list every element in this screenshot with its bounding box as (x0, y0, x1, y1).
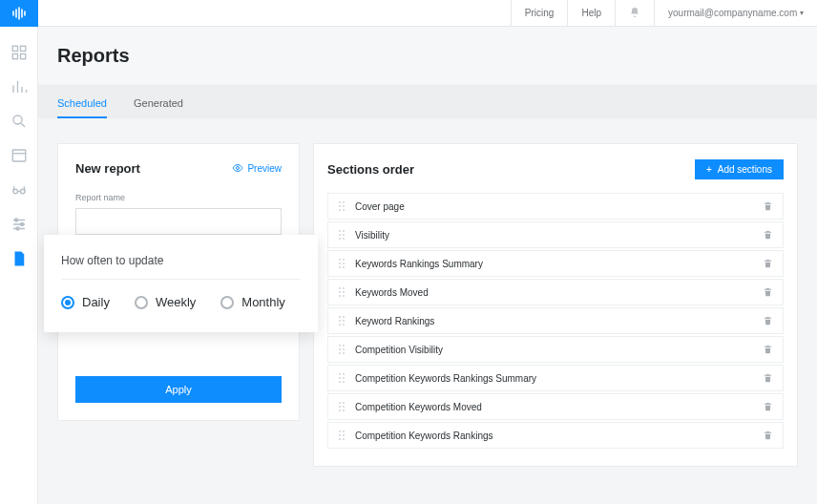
section-name: Keywords Moved (355, 287, 763, 298)
drag-handle-icon[interactable] (338, 372, 346, 384)
svg-point-14 (339, 205, 341, 207)
svg-point-23 (343, 238, 345, 240)
section-name: Competition Keywords Moved (355, 402, 763, 412)
sidebar-item-window[interactable] (0, 141, 38, 170)
drag-handle-icon[interactable] (338, 344, 346, 355)
svg-point-31 (343, 287, 345, 289)
sidebar-item-sliders[interactable] (0, 210, 38, 239)
frequency-daily[interactable]: Daily (61, 295, 110, 309)
svg-point-26 (339, 262, 341, 264)
tab-scheduled[interactable]: Scheduled (57, 97, 107, 118)
topbar: Pricing Help yourmail@companyname.com ▾ (38, 0, 817, 27)
report-name-input[interactable] (75, 208, 282, 235)
section-name: Competition Visibility (355, 345, 763, 355)
section-row[interactable]: Cover page (327, 193, 784, 220)
drag-handle-icon[interactable] (338, 315, 346, 326)
svg-point-46 (339, 352, 341, 354)
trash-icon[interactable] (763, 258, 773, 269)
sidebar-item-reports[interactable] (0, 244, 38, 273)
section-row[interactable]: Keywords Rankings Summary (327, 250, 784, 277)
drag-handle-icon[interactable] (338, 258, 346, 269)
topbar-help[interactable]: Help (567, 0, 615, 26)
sidebar-item-analytics[interactable] (0, 73, 38, 101)
svg-point-41 (343, 324, 345, 326)
svg-point-9 (20, 223, 23, 226)
svg-point-12 (339, 201, 341, 203)
svg-point-38 (339, 320, 341, 322)
svg-point-65 (343, 438, 345, 440)
section-row[interactable]: Keywords Moved (327, 279, 784, 305)
topbar-account[interactable]: yourmail@companyname.com ▾ (654, 0, 817, 26)
add-sections-button[interactable]: + Add sections (695, 159, 784, 179)
app-logo[interactable] (0, 0, 38, 27)
svg-point-40 (339, 324, 341, 326)
trash-icon[interactable] (763, 315, 773, 326)
svg-point-63 (343, 434, 345, 436)
svg-point-33 (343, 291, 345, 293)
svg-point-61 (343, 430, 345, 432)
svg-point-62 (339, 434, 341, 436)
trash-icon[interactable] (763, 344, 773, 355)
svg-point-58 (339, 410, 341, 411)
svg-point-19 (343, 230, 345, 232)
drag-handle-icon[interactable] (338, 430, 346, 441)
chevron-down-icon: ▾ (800, 9, 804, 17)
svg-point-43 (343, 345, 345, 346)
sidebar-item-search[interactable] (0, 107, 38, 136)
drag-handle-icon[interactable] (338, 286, 346, 298)
section-row[interactable]: Competition Keywords Rankings (327, 422, 784, 449)
svg-point-30 (339, 287, 341, 289)
svg-point-15 (343, 205, 345, 207)
section-name: Cover page (355, 201, 763, 212)
topbar-pricing[interactable]: Pricing (511, 0, 568, 26)
page-header: Reports (38, 27, 817, 86)
svg-point-34 (339, 295, 341, 297)
svg-point-28 (339, 266, 341, 268)
svg-point-13 (343, 201, 345, 203)
trash-icon[interactable] (763, 430, 773, 441)
radio-icon (135, 296, 148, 309)
radio-icon (61, 296, 74, 309)
svg-point-64 (339, 438, 341, 440)
section-row[interactable]: Competition Keywords Moved (327, 393, 784, 420)
section-row[interactable]: Competition Visibility (327, 336, 784, 363)
svg-point-55 (343, 402, 345, 404)
section-name: Competition Keywords Rankings (355, 430, 763, 441)
svg-point-25 (343, 259, 345, 261)
plus-icon: + (706, 164, 712, 175)
trash-icon[interactable] (763, 401, 773, 412)
svg-rect-0 (12, 46, 17, 51)
svg-point-44 (339, 348, 341, 350)
frequency-monthly[interactable]: Monthly (220, 295, 285, 309)
section-name: Competition Keywords Rankings Summary (355, 373, 763, 384)
preview-button[interactable]: Preview (232, 162, 282, 176)
drag-handle-icon[interactable] (338, 200, 346, 212)
trash-icon[interactable] (763, 229, 773, 241)
trash-icon[interactable] (763, 372, 773, 384)
svg-point-54 (339, 402, 341, 404)
svg-point-10 (16, 227, 19, 230)
topbar-notifications[interactable] (615, 0, 654, 26)
sidebar-item-dashboard[interactable] (0, 38, 38, 67)
svg-point-4 (13, 116, 22, 124)
radio-icon (220, 296, 234, 309)
frequency-weekly[interactable]: Weekly (135, 295, 196, 309)
svg-point-37 (343, 316, 345, 318)
tab-generated[interactable]: Generated (134, 97, 183, 118)
drag-handle-icon[interactable] (338, 401, 346, 412)
trash-icon[interactable] (763, 200, 773, 212)
new-report-title: New report (75, 161, 140, 176)
section-row[interactable]: Visibility (327, 221, 784, 248)
sidebar (0, 27, 38, 504)
drag-handle-icon[interactable] (338, 229, 346, 241)
sidebar-item-glasses[interactable] (0, 176, 38, 204)
page-title: Reports (57, 45, 130, 67)
trash-icon[interactable] (763, 286, 773, 298)
svg-rect-3 (20, 54, 25, 59)
eye-icon (232, 162, 243, 176)
svg-point-21 (343, 234, 345, 236)
apply-button[interactable]: Apply (75, 376, 282, 403)
section-row[interactable]: Keyword Rankings (327, 307, 784, 334)
sections-panel: Sections order + Add sections Cover page… (313, 143, 798, 467)
section-row[interactable]: Competition Keywords Rankings Summary (327, 365, 784, 391)
